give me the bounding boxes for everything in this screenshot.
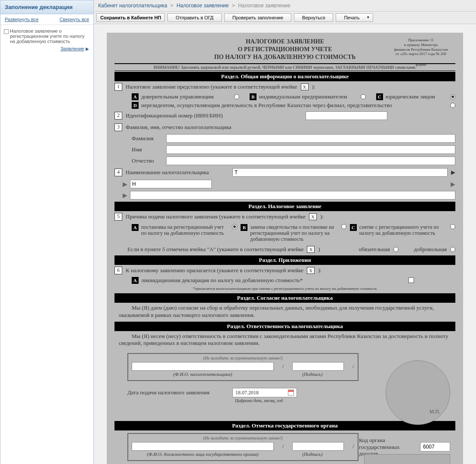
section-gov-mark: Раздел. Отметка государственного органа — [114, 421, 455, 430]
collapse-all-link[interactable]: Свернуть все — [59, 17, 89, 22]
sidebar-title: Заполнение декларации — [0, 0, 93, 14]
gov-fio-input[interactable] — [132, 442, 274, 451]
iin-input[interactable] — [306, 111, 387, 120]
option-5a-radio[interactable] — [232, 224, 237, 229]
option-a-letter: A — [132, 93, 139, 100]
main-area: Кабинет налогоплательщика > Налоговое за… — [94, 0, 476, 464]
save-button[interactable]: Сохранить в Кабинете НП — [96, 13, 165, 22]
option-5c-radio[interactable] — [450, 224, 455, 229]
section-attachments: Раздел. Приложения — [114, 255, 455, 265]
x-marker: X — [301, 83, 309, 90]
voluntary-radio[interactable] — [450, 247, 455, 252]
orgname-input-2[interactable] — [130, 180, 212, 188]
option-6a-letter: A — [132, 277, 139, 284]
section-consent: Раздел. Согласие налогоплательщика — [114, 293, 455, 303]
item-number-3: 3 — [114, 123, 122, 131]
option-a-radio[interactable] — [234, 94, 239, 99]
breadcrumb-section[interactable]: Налоговое заявление — [176, 3, 229, 9]
arrow-right-icon: ▶ — [450, 181, 455, 187]
toolbar: Сохранить в Кабинете НП Отправить в ОГД … — [94, 12, 476, 24]
option-5b-letter: B — [241, 224, 247, 231]
footnote-6: *прилагается налогоплательщиком при снят… — [114, 285, 455, 292]
section-general-info: Раздел. Общая информация о налогоплатель… — [114, 72, 455, 81]
orgname-input-1[interactable] — [232, 168, 448, 177]
calendar-icon[interactable] — [288, 390, 294, 396]
firstname-input[interactable] — [166, 145, 455, 154]
option-5c-letter: C — [350, 224, 357, 231]
orgname-input-3[interactable] — [130, 191, 455, 200]
submit-date-input[interactable]: 18.07.2018 — [232, 388, 297, 397]
gov-signature-input[interactable] — [292, 442, 344, 451]
item-number-6: 6 — [114, 267, 122, 274]
patronymic-input[interactable] — [166, 157, 455, 165]
consent-text: Мы (Я) даем (даю) согласие на сбор и обр… — [114, 303, 455, 321]
option-c-radio[interactable] — [450, 94, 455, 99]
option-5b-radio[interactable] — [341, 224, 346, 229]
breadcrumb-home[interactable]: Кабинет налогоплательщика — [98, 3, 167, 9]
option-d-letter: D — [132, 102, 139, 109]
section-tax-statement: Раздел. Налоговое заявление — [114, 202, 455, 211]
item-number-4: 4 — [114, 169, 122, 176]
breadcrumb: Кабинет налогоплательщика > Налоговое за… — [94, 0, 476, 12]
option-d-radio[interactable] — [450, 103, 455, 108]
mandatory-radio[interactable] — [393, 247, 399, 252]
sidebar: Заполнение декларации Развернуть все Све… — [0, 0, 94, 464]
print-button[interactable]: Печать — [336, 13, 373, 22]
back-button[interactable]: Вернуться — [294, 13, 333, 22]
fio-signature-input[interactable] — [132, 362, 274, 371]
item-number-5: 5 — [114, 213, 122, 221]
lastname-input[interactable] — [166, 134, 455, 143]
sidebar-sub-link[interactable]: Заявление — [60, 46, 84, 51]
sidebar-tree-item[interactable]: Налоговое заявление о регистрационном уч… — [0, 25, 93, 46]
check-button[interactable]: Проверить заполнение — [224, 13, 291, 22]
item-number-1: 1 — [114, 83, 122, 91]
item-number-2: 2 — [114, 112, 122, 120]
option-c-letter: C — [376, 93, 383, 100]
gov-signature-box: (Не выходить за ограничительную линию!) … — [127, 433, 359, 461]
stamp-circle: М.П. — [386, 360, 450, 425]
annex-info: Приложение 11 к приказу Министра финансо… — [386, 38, 455, 67]
responsibility-text: Мы (Я) несем (несу) ответственность в со… — [114, 331, 455, 349]
breadcrumb-current: Налоговое заявление — [238, 3, 290, 9]
option-6a-checkbox[interactable] — [408, 277, 414, 283]
document: Приложение 11 к приказу Министра финансо… — [107, 33, 463, 464]
option-5a-letter: A — [132, 224, 139, 231]
option-b-radio[interactable] — [361, 94, 366, 99]
arrow-left-icon: ▶ — [122, 192, 127, 199]
signature-input[interactable] — [292, 362, 344, 371]
expand-all-link[interactable]: Развернуть все — [5, 17, 39, 22]
stamp-rect: М.Ш. — [364, 454, 450, 464]
section-responsibility: Раздел. Ответственность налогоплательщик… — [114, 322, 455, 331]
chevron-right-icon: ▶ — [86, 46, 89, 51]
arrow-right-icon: ▶ — [451, 169, 455, 176]
option-b-letter: B — [250, 93, 257, 100]
gov-code-input[interactable] — [420, 442, 450, 452]
signature-box: (Не выходить за ограничительную линию!) … — [127, 353, 359, 381]
arrow-left-icon: ▶ — [122, 181, 127, 187]
send-button[interactable]: Отправить в ОГД — [167, 13, 222, 22]
